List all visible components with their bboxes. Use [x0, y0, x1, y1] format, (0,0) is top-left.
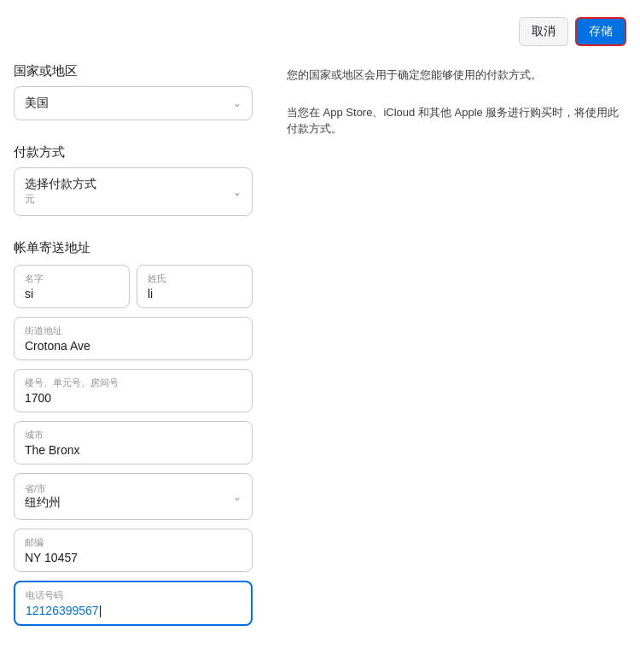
phone-value: 12126399567	[26, 604, 241, 617]
first-name-label: 名字	[25, 272, 119, 285]
last-name-field[interactable]: 姓氏 li	[137, 265, 253, 308]
payment-select[interactable]: 选择付款方式 元 ⌄	[14, 167, 253, 216]
street-field[interactable]: 街道地址 Crotona Ave	[14, 317, 253, 360]
name-row: 名字 si 姓氏 li	[14, 265, 253, 308]
street-value: Crotona Ave	[25, 339, 241, 353]
country-value: 美国	[25, 96, 49, 111]
apt-field[interactable]: 楼号、单元号、房间号 1700	[14, 369, 253, 412]
city-value: The Bronx	[25, 443, 241, 457]
chevron-down-icon: ⌄	[233, 491, 241, 503]
country-description: 您的国家或地区会用于确定您能够使用的付款方式。	[287, 67, 626, 84]
phone-label: 电话号码	[26, 589, 241, 602]
country-section-title: 国家或地区	[14, 63, 253, 79]
country-select[interactable]: 美国 ⌄	[14, 86, 253, 120]
state-value: 纽约州	[25, 495, 61, 511]
payment-sub-label: 元	[25, 192, 96, 207]
chevron-down-icon: ⌄	[233, 97, 241, 109]
payment-section: 付款方式 选择付款方式 元 ⌄	[14, 144, 253, 216]
zip-label: 邮编	[25, 536, 241, 549]
state-label: 省/市	[25, 482, 61, 495]
save-button[interactable]: 存储	[575, 17, 626, 46]
apt-value: 1700	[25, 391, 241, 405]
last-name-value: li	[148, 287, 241, 301]
city-field[interactable]: 城市 The Bronx	[14, 421, 253, 465]
billing-section-title: 帐单寄送地址	[14, 240, 253, 256]
payment-description: 当您在 App Store、iCloud 和其他 Apple 服务进行购买时，将…	[287, 104, 626, 137]
cancel-button[interactable]: 取消	[519, 17, 568, 46]
payment-placeholder: 选择付款方式	[25, 177, 96, 192]
apt-label: 楼号、单元号、房间号	[25, 377, 241, 389]
phone-field[interactable]: 电话号码 12126399567	[14, 581, 253, 626]
last-name-label: 姓氏	[148, 272, 241, 285]
chevron-down-icon: ⌄	[233, 186, 241, 198]
first-name-value: si	[25, 287, 119, 301]
city-label: 城市	[25, 429, 241, 441]
zip-value: NY 10457	[25, 551, 241, 564]
zip-field[interactable]: 邮编 NY 10457	[14, 529, 253, 572]
payment-section-title: 付款方式	[14, 144, 253, 161]
billing-section: 帐单寄送地址 名字 si 姓氏 li 街道地址 Crotona Ave 楼号、单…	[14, 240, 253, 626]
street-label: 街道地址	[25, 324, 241, 337]
country-section: 国家或地区 美国 ⌄	[14, 63, 253, 120]
state-select[interactable]: 省/市 纽约州 ⌄	[14, 473, 253, 520]
first-name-field[interactable]: 名字 si	[14, 265, 130, 308]
